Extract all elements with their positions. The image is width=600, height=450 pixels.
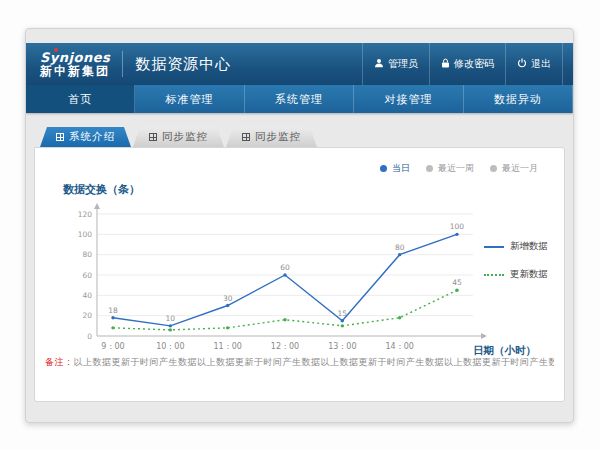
main-nav: 首页 标准管理 系统管理 对接管理 数据异动 bbox=[26, 85, 573, 113]
legend-today[interactable]: 当日 bbox=[380, 162, 410, 175]
page-title: 数据资源中心 bbox=[135, 55, 231, 74]
data-point bbox=[398, 253, 401, 256]
legend-last-month[interactable]: 最近一月 bbox=[490, 162, 538, 175]
company-logo: Synjones 新中新集团 bbox=[26, 51, 110, 78]
y-tick-label: 0 bbox=[87, 332, 92, 341]
power-icon bbox=[517, 58, 527, 70]
footnote: 备注：以上数据更新于时间产生数据以上数据更新于时间产生数据以上数据更新于时间产生… bbox=[45, 356, 554, 369]
x-tick-label: 14：00 bbox=[385, 342, 413, 351]
data-point bbox=[398, 316, 401, 319]
legend-dot-icon bbox=[426, 165, 433, 172]
data-point-label: 60 bbox=[280, 263, 290, 272]
nav-item-system-mgmt[interactable]: 系统管理 bbox=[245, 85, 354, 113]
grid-icon bbox=[56, 133, 64, 141]
x-tick-label: 11：00 bbox=[213, 342, 241, 351]
nav-item-home[interactable]: 首页 bbox=[26, 85, 135, 113]
y-axis-title: 数据交换（条） bbox=[63, 182, 140, 197]
legend-dot-icon bbox=[380, 165, 387, 172]
header-actions: 管理员 修改密码 退出 bbox=[362, 43, 573, 85]
y-tick-label: 60 bbox=[82, 271, 92, 280]
data-point bbox=[283, 318, 286, 321]
user-button[interactable]: 管理员 bbox=[362, 43, 429, 85]
chart-area: 0204060801001209：0010：0011：0012：0013：001… bbox=[63, 200, 495, 376]
lock-icon bbox=[441, 58, 450, 70]
data-point bbox=[283, 273, 286, 276]
line-chart: 0204060801001209：0010：0011：0012：0013：001… bbox=[63, 200, 495, 372]
y-axis-arrow-icon bbox=[94, 203, 100, 209]
tab-sync-monitor-2[interactable]: 同步监控 bbox=[226, 127, 317, 147]
series-line-新增数据 bbox=[113, 234, 457, 326]
data-point-label: 30 bbox=[223, 294, 233, 303]
tab-system-intro[interactable]: 系统介绍 bbox=[40, 127, 131, 147]
footnote-prefix: 备注： bbox=[45, 357, 74, 367]
y-tick-label: 100 bbox=[78, 230, 93, 239]
data-point bbox=[226, 326, 229, 329]
top-header: Synjones 新中新集团 数据资源中心 管理员 修改密码 bbox=[26, 43, 573, 85]
data-point-label: 18 bbox=[108, 306, 118, 315]
y-tick-label: 20 bbox=[82, 311, 92, 320]
data-point bbox=[111, 326, 114, 329]
data-point-label: 80 bbox=[395, 243, 405, 252]
data-point bbox=[455, 233, 458, 236]
y-tick-label: 40 bbox=[82, 291, 92, 300]
data-point-label: 45 bbox=[452, 278, 462, 287]
x-tick-label: 12：00 bbox=[271, 342, 299, 351]
legend-last-week[interactable]: 最近一周 bbox=[426, 162, 474, 175]
x-tick-label: 13：00 bbox=[328, 342, 356, 351]
logo-red-dot-icon bbox=[54, 48, 58, 52]
series-line-更新数据 bbox=[113, 290, 457, 330]
app-window: Synjones 新中新集团 数据资源中心 管理员 修改密码 bbox=[25, 28, 574, 423]
tab-sync-monitor-1[interactable]: 同步监控 bbox=[133, 127, 224, 147]
dotted-line-icon bbox=[484, 274, 504, 276]
nav-item-data-change[interactable]: 数据异动 bbox=[464, 85, 573, 113]
user-icon bbox=[374, 58, 384, 70]
data-point bbox=[341, 319, 344, 322]
data-point-label: 100 bbox=[450, 222, 465, 231]
series-legend: 新增数据 更新数据 bbox=[484, 240, 548, 281]
x-tick-label: 9：00 bbox=[101, 342, 124, 351]
series-legend-new-data[interactable]: 新增数据 bbox=[484, 240, 548, 253]
tab-bar: 系统介绍 同步监控 同步监控 bbox=[40, 127, 317, 147]
nav-item-interface-mgmt[interactable]: 对接管理 bbox=[354, 85, 463, 113]
footnote-text: 以上数据更新于时间产生数据以上数据更新于时间产生数据以上数据更新于时间产生数据以… bbox=[74, 357, 555, 367]
grid-icon bbox=[242, 133, 250, 141]
data-point bbox=[455, 289, 458, 292]
data-point-label: 10 bbox=[166, 314, 176, 323]
grid-icon bbox=[149, 133, 157, 141]
nav-item-standard-mgmt[interactable]: 标准管理 bbox=[135, 85, 244, 113]
content-panel: 当日 最近一周 最近一月 数据交换（条） 0204060801001209：00… bbox=[34, 147, 565, 402]
time-range-legend: 当日 最近一周 最近一月 bbox=[380, 162, 538, 175]
data-point bbox=[169, 324, 172, 327]
x-tick-label: 10：00 bbox=[156, 342, 184, 351]
logout-button[interactable]: 退出 bbox=[505, 43, 563, 85]
series-legend-update-data[interactable]: 更新数据 bbox=[484, 268, 548, 281]
solid-line-icon bbox=[484, 246, 504, 248]
header-divider bbox=[122, 51, 123, 77]
change-password-button[interactable]: 修改密码 bbox=[429, 43, 505, 85]
data-point bbox=[226, 304, 229, 307]
data-point-label: 15 bbox=[338, 309, 348, 318]
legend-dot-icon bbox=[490, 165, 497, 172]
logo-text-cn: 新中新集团 bbox=[40, 64, 110, 78]
data-point bbox=[111, 316, 114, 319]
data-point bbox=[341, 324, 344, 327]
data-point bbox=[169, 328, 172, 331]
x-axis-arrow-icon bbox=[481, 333, 487, 339]
logo-text-en: Synjones bbox=[40, 51, 110, 64]
y-tick-label: 120 bbox=[78, 210, 93, 219]
y-tick-label: 80 bbox=[82, 250, 92, 259]
